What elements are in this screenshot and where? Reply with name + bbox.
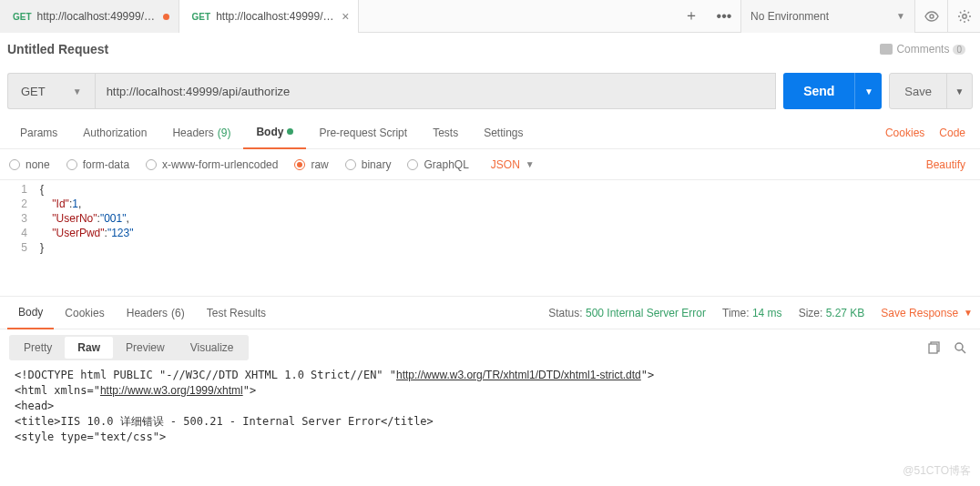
response-tabs: Body Cookies Headers (6) Test Results St… (0, 297, 980, 329)
environment-quicklook-icon[interactable] (914, 0, 947, 33)
tab-menu-button[interactable]: ••• (708, 0, 740, 33)
radio-raw[interactable]: raw (294, 158, 328, 171)
radio-none[interactable]: none (9, 158, 50, 171)
request-title[interactable]: Untitled Request (7, 42, 108, 56)
radio-urlencoded[interactable]: x-www-form-urlencoded (146, 158, 278, 171)
comments-button[interactable]: Comments 0 (880, 43, 965, 56)
request-title-row: Untitled Request Comments 0 (0, 33, 980, 66)
resp-tab-test-results[interactable]: Test Results (196, 297, 277, 329)
beautify-link[interactable]: Beautify (926, 158, 965, 171)
svg-point-4 (955, 343, 963, 350)
headers-count: (9) (218, 127, 231, 139)
tab-strip: GET http://localhost:49999/api/sysu... G… (0, 0, 675, 32)
view-preview[interactable]: Preview (113, 337, 178, 359)
http-method-badge: GET (13, 12, 32, 22)
svg-point-0 (930, 15, 934, 18)
code-link[interactable]: Code (932, 127, 973, 139)
tab-prerequest[interactable]: Pre-request Script (306, 116, 420, 149)
tab-settings[interactable]: Settings (471, 116, 536, 149)
comment-icon (880, 44, 893, 55)
method-value: GET (21, 85, 46, 98)
send-button[interactable]: Send ▼ (783, 73, 882, 109)
watermark: @51CTO博客 (903, 463, 971, 479)
code-content[interactable]: { "Id":1, "UserNo":"001", "UserPwd":"123… (36, 180, 980, 296)
http-method-badge: GET (192, 12, 211, 22)
save-response-button[interactable]: Save Response▼ (881, 307, 973, 319)
tab-tests[interactable]: Tests (420, 116, 471, 149)
topbar: GET http://localhost:49999/api/sysu... G… (0, 0, 980, 33)
radio-graphql[interactable]: GraphQL (407, 158, 468, 171)
tab-title: http://localhost:49999/api/sysu... (37, 10, 156, 23)
save-label: Save (890, 85, 946, 98)
chevron-down-icon: ▼ (964, 308, 973, 318)
resp-headers-count: (6) (171, 307, 185, 319)
view-raw[interactable]: Raw (65, 337, 113, 359)
environment-label: No Environment (750, 10, 829, 23)
cookies-link[interactable]: Cookies (878, 127, 932, 139)
tab-body[interactable]: Body (243, 116, 306, 149)
method-select[interactable]: GET ▼ (7, 73, 95, 109)
size-readout: Size: 5.27 KB (799, 307, 865, 319)
tab-authorization[interactable]: Authorization (70, 116, 159, 149)
tab-request-0[interactable]: GET http://localhost:49999/api/sysu... (0, 0, 179, 33)
time-readout: Time: 14 ms (722, 307, 782, 319)
resp-tab-cookies[interactable]: Cookies (54, 297, 115, 329)
resp-tab-body[interactable]: Body (7, 297, 54, 329)
close-icon[interactable]: × (342, 10, 349, 23)
tab-headers[interactable]: Headers (9) (159, 116, 243, 149)
save-button[interactable]: Save ▼ (889, 73, 973, 109)
svg-rect-3 (929, 344, 937, 353)
comments-count: 0 (953, 45, 965, 55)
radio-form-data[interactable]: form-data (66, 158, 129, 171)
request-subtabs: Params Authorization Headers (9) Body Pr… (0, 116, 980, 149)
environment-select[interactable]: No Environment ▼ (741, 0, 914, 33)
search-icon[interactable] (949, 337, 971, 359)
new-tab-button[interactable]: ＋ (675, 0, 708, 33)
line-gutter: 12345 (0, 180, 36, 296)
body-editor[interactable]: 12345 { "Id":1, "UserNo":"001", "UserPwd… (0, 180, 980, 297)
tab-request-1[interactable]: GET http://localhost:49999/api/aut... × (179, 0, 360, 33)
save-dropdown-icon[interactable]: ▼ (946, 74, 972, 108)
tab-actions: ＋ ••• (675, 0, 740, 32)
url-input[interactable] (95, 73, 776, 109)
settings-gear-icon[interactable] (947, 0, 980, 33)
response-view-options: Pretty Raw Preview Visualize (0, 329, 980, 366)
chevron-down-icon: ▼ (896, 11, 905, 21)
url-bar-row: GET ▼ Send ▼ Save ▼ (0, 66, 980, 116)
language-select[interactable]: JSON▼ (491, 158, 535, 171)
response-body[interactable]: <!DOCTYPE html PUBLIC "-//W3C//DTD XHTML… (0, 366, 980, 447)
resp-tab-headers[interactable]: Headers (6) (116, 297, 196, 329)
view-pretty[interactable]: Pretty (11, 337, 65, 359)
environment-bar: No Environment ▼ (740, 0, 980, 32)
chevron-down-icon: ▼ (526, 159, 535, 169)
svg-line-5 (962, 349, 965, 353)
chevron-down-icon: ▼ (73, 86, 82, 96)
tab-params[interactable]: Params (7, 116, 70, 149)
copy-icon[interactable] (924, 337, 945, 359)
send-label: Send (783, 84, 854, 98)
body-type-options: none form-data x-www-form-urlencoded raw… (0, 149, 980, 180)
comments-label: Comments (896, 43, 949, 56)
view-mode-group: Pretty Raw Preview Visualize (9, 335, 249, 360)
svg-point-1 (962, 14, 965, 17)
send-dropdown-icon[interactable]: ▼ (854, 73, 882, 109)
dirty-dot-icon (163, 14, 169, 20)
status-readout: Status: 500 Internal Server Error (548, 307, 706, 319)
view-visualize[interactable]: Visualize (178, 337, 247, 359)
tab-title: http://localhost:49999/api/aut... (216, 10, 334, 23)
radio-binary[interactable]: binary (345, 158, 392, 171)
body-active-dot-icon (287, 128, 293, 135)
